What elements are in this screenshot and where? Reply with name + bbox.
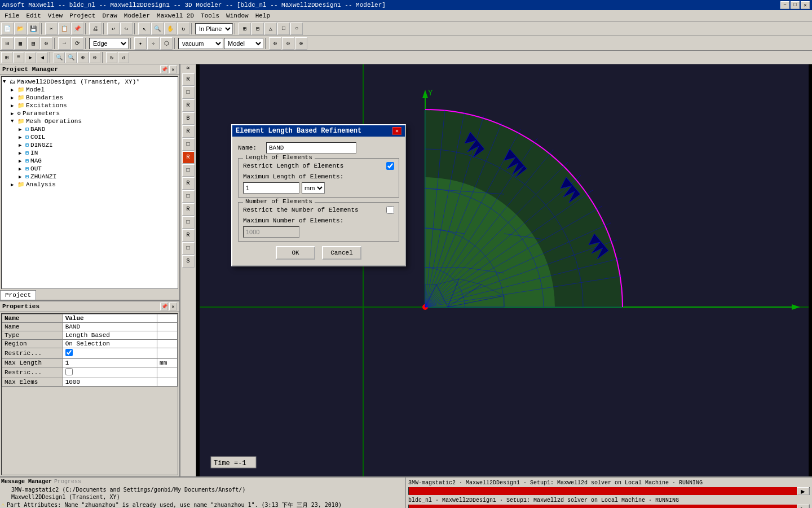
ok-button[interactable]: OK bbox=[276, 246, 315, 260]
dialog-body: Name: Length of Elements Restrict Length… bbox=[232, 137, 405, 265]
restrict-length-label: Restrict Length of Elements bbox=[243, 163, 386, 169]
max-number-input[interactable] bbox=[243, 226, 299, 238]
max-number-input-row bbox=[243, 226, 394, 238]
restrict-length-row: Restrict Length of Elements bbox=[243, 162, 394, 170]
cancel-button[interactable]: Cancel bbox=[322, 246, 361, 260]
dialog-titlebar: Element Length Based Refinement ✕ bbox=[232, 125, 405, 137]
unit-select[interactable]: mm cm m mil in bbox=[302, 182, 325, 194]
number-group: Number of Elements Restrict the Number o… bbox=[238, 202, 399, 242]
restrict-length-checkbox[interactable] bbox=[386, 162, 394, 170]
max-length-input[interactable] bbox=[243, 182, 299, 194]
max-length-input-row: mm cm m mil in bbox=[243, 182, 394, 194]
dialog-btn-row: OK Cancel bbox=[238, 246, 399, 260]
restrict-number-label: Restrict the Number of Elements bbox=[243, 207, 386, 213]
dialog-overlay: Element Length Based Refinement ✕ Name: … bbox=[0, 0, 812, 508]
length-group: Length of Elements Restrict Length of El… bbox=[238, 158, 399, 198]
length-group-title: Length of Elements bbox=[243, 154, 315, 161]
element-length-dialog: Element Length Based Refinement ✕ Name: … bbox=[231, 124, 406, 266]
restrict-number-row: Restrict the Number of Elements bbox=[243, 206, 394, 214]
name-input[interactable] bbox=[266, 142, 356, 154]
number-group-title: Number of Elements bbox=[243, 198, 315, 205]
dialog-title: Element Length Based Refinement bbox=[236, 127, 361, 135]
max-number-label: Maximum Number of Elements: bbox=[243, 217, 394, 224]
name-label: Name: bbox=[238, 144, 266, 151]
restrict-number-checkbox[interactable] bbox=[386, 206, 394, 214]
dialog-close-btn[interactable]: ✕ bbox=[392, 127, 401, 135]
name-field-row: Name: bbox=[238, 142, 399, 154]
max-length-label: Maximum Length of Elements: bbox=[243, 173, 394, 180]
